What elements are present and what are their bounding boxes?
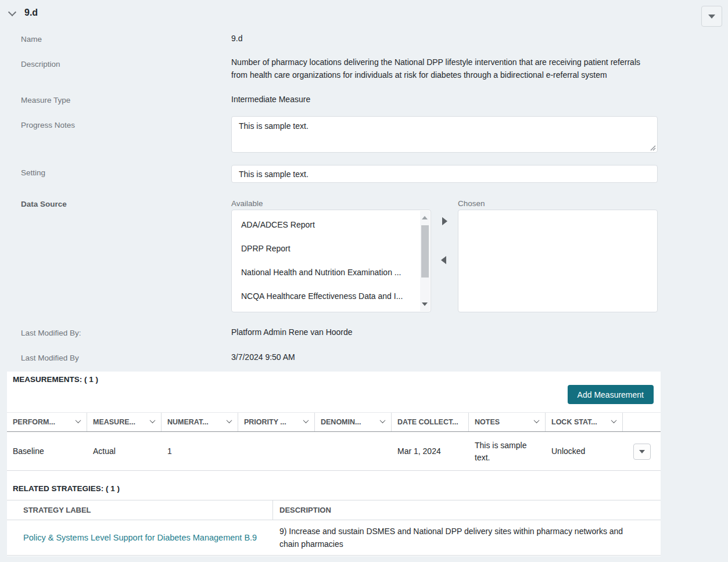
field-label-name: Name	[21, 35, 42, 44]
strategy-link[interactable]: Policy & Systems Level Support for Diabe…	[23, 533, 257, 542]
measurements-table-header: PERFORM... MEASURE... NUMERAT... PRIORIT…	[7, 412, 661, 432]
list-item[interactable]: NCQA Healthcare Effectiveness Data and I…	[232, 284, 418, 308]
field-label-measure-type: Measure Type	[21, 96, 70, 105]
field-label-progress-notes: Progress Notes	[21, 121, 75, 129]
section-header: 9.d	[8, 8, 38, 18]
chevron-down-icon	[534, 417, 540, 423]
list-item[interactable]: ADA/ADCES Report	[232, 213, 418, 237]
related-strategies-table-header: STRATEGY LABEL DESCRIPTION	[7, 500, 661, 520]
field-label-setting: Setting	[21, 168, 45, 177]
cell-performance: Baseline	[7, 445, 87, 457]
field-value-measure-type: Intermediate Measure	[231, 93, 310, 106]
field-value-description: Number of pharmacy locations delivering …	[231, 56, 658, 81]
column-header-performance[interactable]: PERFORM...	[7, 413, 87, 431]
cell-numerator: 1	[162, 445, 238, 457]
chevron-down-icon	[380, 417, 386, 423]
chevron-down-icon	[76, 417, 81, 423]
related-strategies-section-title: RELATED STRATEGIES: ( 1 )	[13, 484, 120, 493]
column-header-date-collected[interactable]: DATE COLLECT...	[392, 413, 469, 431]
column-header-actions	[623, 413, 661, 431]
column-header-strategy-label: STRATEGY LABEL	[7, 500, 273, 520]
chosen-listbox[interactable]	[458, 210, 658, 312]
column-header-priority[interactable]: PRIORITY ...	[238, 413, 315, 431]
chevron-down-icon	[8, 8, 16, 16]
column-header-numerator[interactable]: NUMERAT...	[162, 413, 238, 431]
field-value-last-modified-date: 3/7/2024 9:50 AM	[231, 351, 295, 363]
strategy-description: 9) Increase and sustain DSMES and Nation…	[279, 525, 628, 550]
row-actions-button[interactable]	[633, 444, 651, 460]
field-value-name: 9.d	[231, 32, 242, 45]
move-left-icon[interactable]	[441, 256, 446, 264]
progress-notes-textarea[interactable]: This is sample text.	[231, 116, 658, 153]
field-label-last-modified-by: Last Modified By:	[21, 329, 81, 337]
list-item[interactable]: National Health and Nutrition Examinatio…	[232, 261, 418, 284]
column-header-notes[interactable]: NOTES	[469, 413, 546, 431]
cell-lock-status: Unlocked	[546, 445, 623, 457]
collapse-section-button[interactable]	[8, 10, 16, 16]
measurements-section-title: MEASUREMENTS: ( 1 )	[13, 375, 98, 384]
chevron-down-icon	[303, 417, 309, 423]
related-strategy-row: Policy & Systems Level Support for Diabe…	[7, 520, 661, 556]
resize-handle-icon[interactable]	[649, 144, 656, 151]
column-header-denominator[interactable]: DENOMIN...	[315, 413, 392, 431]
field-label-last-modified-date: Last Modified By	[21, 354, 79, 362]
available-listbox[interactable]: ADA/ADCES Report DPRP Report National He…	[231, 210, 431, 312]
caret-down-icon	[708, 15, 715, 19]
column-header-lock-status[interactable]: LOCK STAT...	[546, 413, 623, 431]
field-value-last-modified-by: Platform Admin Rene van Hoorde	[231, 326, 353, 338]
column-header-description: DESCRIPTION	[273, 500, 661, 520]
cell-measure: Actual	[87, 445, 162, 457]
scroll-up-icon[interactable]	[422, 216, 428, 219]
available-list-label: Available	[231, 199, 263, 208]
field-label-data-source: Data Source	[21, 200, 67, 208]
column-header-measure[interactable]: MEASURE...	[87, 413, 162, 431]
cell-date-collected: Mar 1, 2024	[392, 445, 469, 457]
chosen-list-label: Chosen	[458, 199, 485, 208]
cell-notes: This is sample text.	[469, 439, 546, 464]
scroll-down-icon[interactable]	[422, 302, 428, 306]
setting-input[interactable]	[231, 165, 658, 183]
page-title: 9.d	[24, 8, 38, 18]
caret-down-icon	[639, 450, 645, 453]
section-menu-button[interactable]	[701, 6, 722, 27]
field-label-description: Description	[21, 60, 60, 69]
measurement-row: Baseline Actual 1 Mar 1, 2024 This is sa…	[7, 433, 661, 471]
measurements-panel: MEASUREMENTS: ( 1 ) Add Measurement PERF…	[7, 372, 661, 556]
scrollbar-thumb[interactable]	[421, 225, 429, 278]
chevron-down-icon	[611, 417, 617, 423]
add-measurement-button[interactable]: Add Measurement	[568, 385, 654, 404]
chevron-down-icon	[150, 417, 156, 423]
list-item[interactable]: DPRP Report	[232, 237, 418, 261]
move-right-icon[interactable]	[442, 217, 447, 225]
chevron-down-icon	[227, 417, 232, 423]
scrollbar[interactable]	[420, 211, 430, 311]
